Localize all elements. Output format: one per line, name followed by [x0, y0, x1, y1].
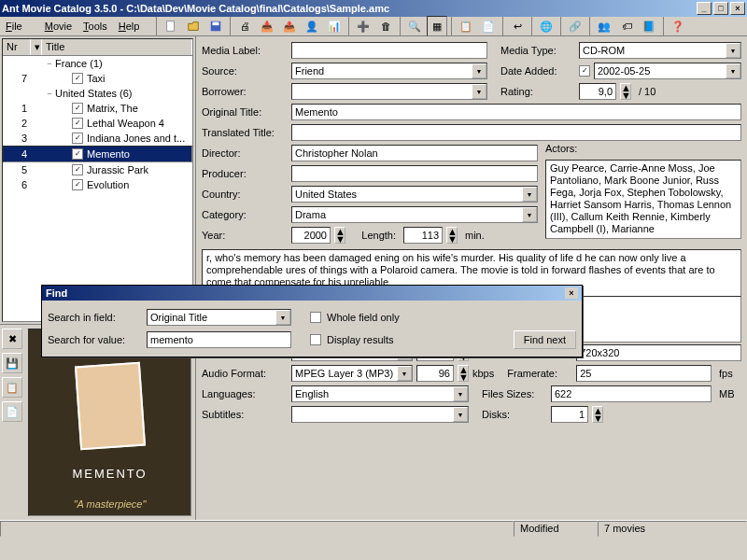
framerate-input[interactable]: 25 — [576, 365, 712, 382]
save-icon[interactable] — [205, 16, 226, 36]
svg-rect-0 — [167, 21, 175, 32]
pic-delete-icon[interactable]: ✖ — [2, 329, 22, 349]
tree-row[interactable]: 7✓Taxi — [3, 71, 192, 86]
toolbar: 🖨 📥 📤 👤 📊 ➕ 🗑 🔍 ▦ 📋 📄 ↩ 🌐 🔗 👥 🏷 📘 ❓ — [150, 17, 747, 35]
menu-tools[interactable]: Tools — [83, 21, 107, 32]
app-title: Ant Movie Catalog 3.5.0 - C:\Data\Dev\Mo… — [2, 3, 389, 14]
original-title-input[interactable]: Memento — [291, 104, 741, 120]
find-next-button[interactable]: Find next — [514, 330, 576, 349]
source-select[interactable]: Friend▼ — [291, 63, 487, 79]
help-icon[interactable]: ❓ — [668, 16, 688, 36]
subtitles-select[interactable]: ▼ — [291, 406, 469, 423]
find-dialog: Find× Search in field: Original Title▼ W… — [41, 285, 583, 357]
people-icon[interactable]: 👥 — [594, 16, 614, 36]
find-value-input[interactable]: memento — [147, 331, 291, 348]
rating-spinner[interactable]: ▲▼ — [620, 83, 631, 100]
length-input[interactable]: 113 — [403, 227, 443, 244]
media-type-select[interactable]: CD-ROM▼ — [579, 42, 741, 59]
delete-icon[interactable]: 🗑 — [375, 16, 396, 36]
cover-face — [74, 362, 145, 451]
status-modified: Modified — [514, 521, 598, 537]
director-input[interactable]: Christopher Nolan — [291, 145, 538, 161]
maximize-button[interactable]: □ — [713, 2, 728, 15]
category-select[interactable]: Drama▼ — [291, 206, 538, 223]
col-nr[interactable]: Nr — [3, 39, 31, 55]
loan-icon[interactable]: 👤 — [302, 16, 322, 36]
print-icon[interactable]: 🖨 — [234, 16, 255, 36]
date-enabled-checkbox[interactable]: ✓ — [579, 65, 590, 77]
movie-tree[interactable]: Nr ▾ Title −France (1)7✓Taxi−United Stat… — [2, 38, 193, 322]
close-button[interactable]: × — [730, 2, 745, 15]
menu-help[interactable]: Help — [119, 21, 140, 32]
year-input[interactable]: 2000 — [291, 227, 331, 244]
actors-textarea[interactable]: Guy Pearce, Carrie-Anne Moss, Joe Pantol… — [545, 160, 741, 239]
undo-icon[interactable]: ↩ — [507, 16, 528, 36]
tree-row[interactable]: 6✓Evolution — [3, 177, 192, 192]
titlebar: Ant Movie Catalog 3.5.0 - C:\Data\Dev\Mo… — [0, 0, 747, 17]
date-added-input[interactable]: 2002-05-25▼ — [594, 63, 741, 79]
export-icon[interactable]: 📤 — [279, 16, 300, 36]
find-field-select[interactable]: Original Title▼ — [147, 309, 291, 326]
pic-paste-icon[interactable]: 📄 — [2, 401, 22, 422]
pic-save-icon[interactable]: 💾 — [2, 353, 22, 373]
tree-row[interactable]: −France (1) — [3, 56, 192, 71]
new-icon[interactable] — [161, 16, 181, 36]
open-icon[interactable] — [183, 16, 204, 36]
media-label-input[interactable] — [291, 42, 487, 59]
languages-select[interactable]: English▼ — [291, 385, 469, 402]
svg-rect-2 — [213, 22, 219, 26]
chevron-down-icon[interactable]: ▼ — [726, 43, 740, 58]
display-results-checkbox[interactable] — [310, 334, 321, 345]
tag-icon[interactable]: 🏷 — [616, 16, 637, 36]
disks-input[interactable]: 1 — [551, 406, 588, 423]
menu-file[interactable]: File — [6, 21, 34, 32]
minimize-button[interactable]: _ — [697, 2, 712, 15]
find-close-button[interactable]: × — [565, 287, 578, 299]
add-icon[interactable]: ➕ — [353, 16, 374, 36]
props-icon[interactable]: 📘 — [639, 16, 659, 36]
tree-row[interactable]: 3✓Indiana Jones and t... — [3, 131, 192, 146]
pic-copy-icon[interactable]: 📋 — [2, 377, 22, 398]
rating-input[interactable]: 9,0 — [579, 83, 616, 100]
tree-row[interactable]: 1✓Matrix, The — [3, 101, 192, 116]
tree-row[interactable]: −United States (6) — [3, 86, 192, 101]
whole-field-checkbox[interactable] — [310, 312, 321, 323]
import-icon[interactable]: 📥 — [257, 16, 277, 36]
filesizes-input[interactable]: 622 — [551, 385, 712, 402]
producer-input[interactable] — [291, 165, 538, 182]
translated-title-input[interactable] — [291, 124, 741, 141]
status-count: 7 movies — [598, 521, 747, 537]
menu-movie[interactable]: Movie — [45, 21, 72, 32]
col-title[interactable]: Title — [42, 39, 192, 55]
audio-format-select[interactable]: MPEG Layer 3 (MP3)▼ — [291, 365, 413, 382]
copy-icon[interactable]: 📋 — [456, 16, 476, 36]
stats-icon[interactable]: 📊 — [324, 16, 345, 36]
statusbar: Modified 7 movies — [0, 520, 747, 537]
borrower-select[interactable]: ▼ — [291, 83, 487, 100]
paste-icon[interactable]: 📄 — [478, 16, 499, 36]
search-icon[interactable]: 🔍 — [404, 16, 425, 36]
country-select[interactable]: United States▼ — [291, 186, 538, 203]
link-icon[interactable]: 🔗 — [565, 16, 585, 36]
web-icon[interactable]: 🌐 — [536, 16, 557, 36]
audio-bitrate-input[interactable]: 96 — [416, 365, 454, 382]
tree-row[interactable]: 4✓Memento — [3, 146, 192, 162]
menubar: File Movie Tools Help — [0, 17, 150, 35]
tree-row[interactable]: 2✓Lethal Weapon 4 — [3, 116, 192, 131]
tree-row[interactable]: 5✓Jurassic Park — [3, 162, 192, 177]
resolution-input[interactable]: 720x320 — [576, 344, 741, 361]
grid-icon[interactable]: ▦ — [427, 16, 447, 36]
